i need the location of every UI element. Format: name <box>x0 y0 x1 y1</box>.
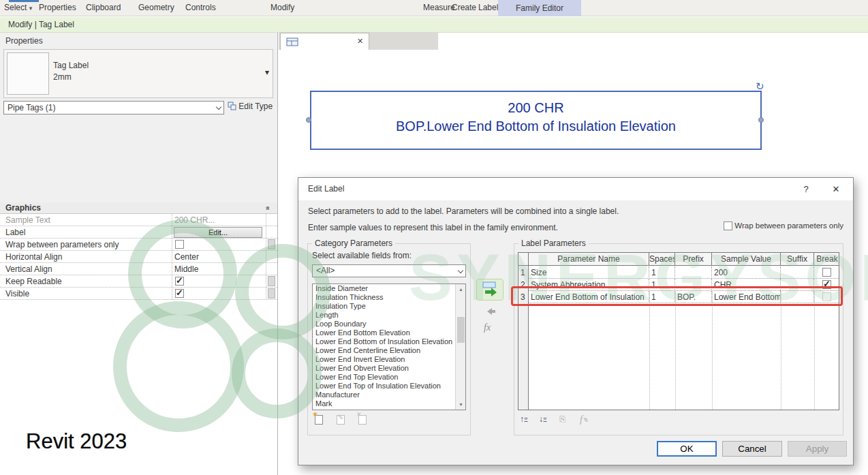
cancel-button[interactable]: Cancel <box>722 441 782 457</box>
formula-button[interactable]: fx <box>484 322 491 333</box>
ribbon-panel-modify[interactable]: Modify <box>270 3 294 12</box>
dialog-title: Edit Label <box>308 184 344 194</box>
mode-bar: Modify | Tag Label <box>0 17 868 33</box>
list-item[interactable]: Lower End Obvert Elevation <box>313 364 465 373</box>
ribbon-panel-select[interactable]: Select ▾ <box>4 3 32 12</box>
type-family-name: Tag Label <box>53 61 89 70</box>
fields-filter-combo[interactable]: <All> <box>312 264 466 277</box>
dialog-instruction-2: Enter sample values to represent this la… <box>308 223 558 232</box>
list-item[interactable]: Insulation Type <box>313 302 465 311</box>
ribbon-panel-properties[interactable]: Properties <box>39 3 76 12</box>
remove-from-label-icon <box>482 307 496 316</box>
list-item[interactable]: Inside Diameter <box>313 284 465 293</box>
tag-label-preview[interactable]: 200 CHR BOP.Lower End Bottom of Insulati… <box>310 91 762 150</box>
associate-parameter-button[interactable] <box>268 239 275 249</box>
list-item[interactable]: Manufacturer <box>313 390 465 399</box>
property-row-keep-readable: Keep Readable <box>0 275 277 288</box>
move-parameter-down-button[interactable]: ↓Ξ <box>539 414 547 424</box>
edit-type-button[interactable]: Edit Type <box>228 102 275 114</box>
pencil-icon: ✎ <box>338 414 343 421</box>
associate-parameter-button[interactable] <box>268 276 275 286</box>
new-parameter-button[interactable]: ★ <box>313 414 325 426</box>
chevron-down-icon <box>216 104 221 110</box>
chevron-down-icon <box>458 268 463 273</box>
property-row-visible: Visible <box>0 288 277 300</box>
revit-window: Select ▾ Properties Clipboard Geometry C… <box>0 0 868 475</box>
ok-button[interactable]: OK <box>657 441 717 457</box>
ribbon-panel-measure[interactable]: Measure <box>423 3 455 12</box>
ribbon-panel-clipboard[interactable]: Clipboard <box>86 3 121 12</box>
tag-line-1: 200 CHR <box>311 99 760 117</box>
category-parameters-group: Category Parameters Select available fie… <box>307 243 471 435</box>
list-item[interactable]: Length <box>313 311 465 320</box>
property-row-wrap: Wrap between parameters only <box>0 239 277 251</box>
category-parameters-list[interactable]: Inside Diameter Insulation Thickness Ins… <box>312 284 466 410</box>
ribbon-bar: Select ▾ Properties Clipboard Geometry C… <box>0 0 868 16</box>
collapse-section-icon[interactable]: » <box>261 206 273 210</box>
scrollbar-thumb[interactable] <box>457 317 465 343</box>
type-name: 2mm <box>53 72 72 82</box>
table-header-row: Parameter Name Spaces Prefix Sample Valu… <box>518 253 839 266</box>
close-icon[interactable]: ✕ <box>357 37 363 46</box>
ribbon-panel-create[interactable]: Create <box>452 3 476 12</box>
remove-parameter-from-label-button[interactable] <box>482 307 496 318</box>
type-selector-dropdown-icon[interactable]: ▾ <box>265 67 269 77</box>
new-star-icon: ★ <box>312 410 318 418</box>
graphics-section-header[interactable]: Graphics » <box>0 202 277 214</box>
list-item[interactable]: Lower End Invert Elevation <box>313 355 465 364</box>
delete-parameter-button[interactable]: ✕ <box>357 414 369 426</box>
list-item[interactable]: Lower End Bottom Elevation <box>313 328 465 337</box>
scroll-down-icon[interactable]: ▼ <box>456 399 466 410</box>
label-edit-button[interactable]: Edit... <box>174 227 262 238</box>
apply-parameter-button[interactable]: ⎘ <box>559 414 566 424</box>
category-filter-combo[interactable]: Pipe Tags (1) <box>3 101 224 114</box>
ribbon-panel-family-editor[interactable]: Family Editor <box>498 0 581 16</box>
col-spaces: Spaces <box>649 253 675 266</box>
help-icon[interactable]: ? <box>794 178 818 200</box>
list-item[interactable]: Lower End Bottom of Insulation Elevation <box>313 337 465 346</box>
type-selector[interactable]: Tag Label 2mm ▾ <box>3 49 273 98</box>
ribbon-panel-label[interactable]: Label <box>478 3 498 12</box>
ribbon-panel-geometry[interactable]: Geometry <box>138 3 174 12</box>
wrap-between-parameters-checkbox[interactable] <box>724 221 732 230</box>
selection-handle-left[interactable] <box>306 117 311 123</box>
type-thumbnail <box>7 52 49 95</box>
scroll-up-icon[interactable]: ▲ <box>456 284 466 294</box>
visible-checkbox[interactable] <box>175 289 184 298</box>
edit-parameter-formula-button[interactable]: f✎ <box>580 414 588 425</box>
edit-parameter-button[interactable]: ✎ <box>335 414 347 426</box>
horizontal-align-value[interactable]: Center <box>174 252 199 262</box>
wrap-checkbox[interactable] <box>175 240 184 249</box>
label-parameters-table[interactable]: Parameter Name Spaces Prefix Sample Valu… <box>518 252 839 410</box>
list-item[interactable]: Lower End Top of Insulation Elevation <box>313 382 465 390</box>
select-fields-label: Select available fields from: <box>312 251 412 260</box>
keep-readable-checkbox[interactable] <box>175 277 184 286</box>
col-prefix: Prefix <box>675 253 712 266</box>
add-parameter-to-label-button[interactable] <box>476 279 503 301</box>
dialog-title-bar[interactable]: Edit Label ? ✕ <box>298 178 853 200</box>
list-item[interactable]: Mark <box>313 399 465 408</box>
list-item[interactable]: Lower End Centerline Elevation <box>313 346 465 355</box>
annotation-highlight-rectangle <box>511 286 843 306</box>
edit-type-icon <box>228 102 236 110</box>
delete-x-icon: ✕ <box>356 411 362 418</box>
apply-button[interactable]: Apply <box>788 441 847 457</box>
list-item[interactable]: Loop Boundary <box>313 320 465 328</box>
vertical-align-value[interactable]: Middle <box>174 264 198 274</box>
dialog-instruction-1: Select parameters to add to the label. P… <box>308 206 619 216</box>
ribbon-panel-controls[interactable]: Controls <box>185 3 216 12</box>
wrap-between-parameters-field: Wrap between parameters only <box>724 221 843 230</box>
view-tab[interactable]: ✕ <box>280 33 369 50</box>
chevron-down-icon: ▾ <box>29 5 33 12</box>
break-checkbox[interactable] <box>822 268 831 277</box>
property-row-label: Label Edit... <box>0 226 277 239</box>
move-parameter-up-button[interactable]: ↑Ξ <box>520 414 528 424</box>
rotate-handle-icon[interactable]: ↻ <box>756 80 764 93</box>
list-item[interactable]: Insulation Thickness <box>313 293 465 302</box>
list-scrollbar[interactable]: ▲ ▼ <box>455 284 465 410</box>
list-item[interactable]: Lower End Top Elevation <box>313 373 465 382</box>
table-row[interactable]: 1 Size 1 200 <box>518 266 839 279</box>
associate-parameter-button[interactable] <box>268 288 275 298</box>
selection-handle-right[interactable] <box>758 117 764 123</box>
close-icon[interactable]: ✕ <box>824 178 848 200</box>
